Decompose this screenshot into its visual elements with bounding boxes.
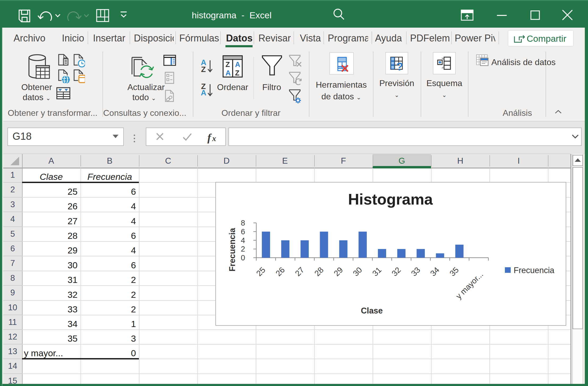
svg-text:?: ? [396, 60, 403, 72]
svg-text:6: 6 [241, 227, 245, 236]
svg-text:4: 4 [241, 236, 245, 245]
svg-text:0: 0 [241, 253, 245, 262]
svg-text:A: A [225, 69, 231, 77]
svg-text:Histograma: Histograma [348, 190, 433, 208]
svg-text:A: A [201, 88, 206, 97]
svg-text:Clase: Clase [361, 306, 383, 315]
svg-text:Z: Z [235, 69, 240, 77]
svg-text:Z: Z [225, 61, 230, 69]
svg-text:Frecuencia: Frecuencia [228, 228, 237, 271]
svg-text:f: f [207, 132, 212, 143]
svg-text:Z: Z [201, 65, 206, 74]
svg-text:A: A [235, 61, 240, 69]
svg-text:x: x [212, 134, 216, 143]
svg-text:8: 8 [241, 219, 245, 227]
svg-text:histograma - Excel: histograma - Excel [192, 10, 271, 20]
svg-text:Frecuencia: Frecuencia [514, 266, 555, 275]
svg-text:2: 2 [241, 245, 245, 253]
